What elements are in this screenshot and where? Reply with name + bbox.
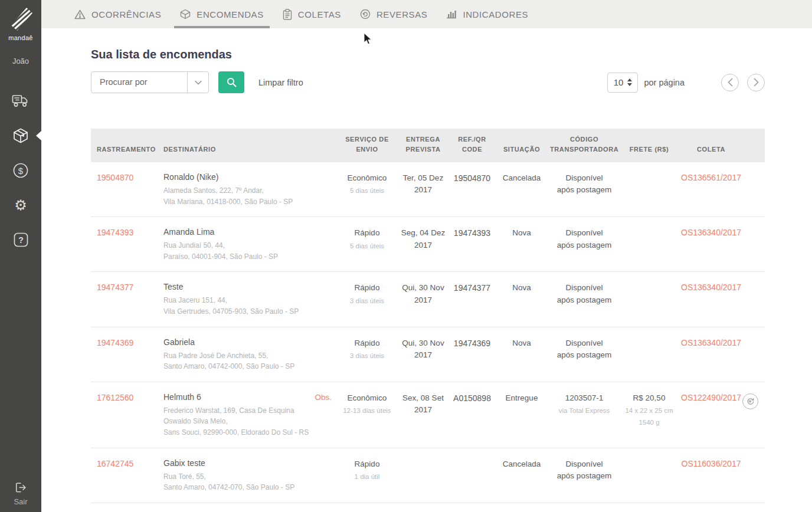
freight-weight: 1540 g <box>618 417 680 428</box>
carrier-code-line1: Disponível <box>550 172 618 184</box>
return-icon <box>360 9 371 19</box>
chevron-right-icon <box>753 78 759 87</box>
sidebar-item-coletas[interactable] <box>0 83 41 118</box>
dollar-icon: $ <box>12 162 29 179</box>
carrier-code-line1: Disponível <box>550 227 618 239</box>
per-page-value: 10 <box>614 77 624 87</box>
coleta-os-link[interactable]: OS122490/2017 <box>681 393 741 402</box>
prev-page-button[interactable] <box>721 74 739 91</box>
coleta-os-link[interactable]: OS116036/2017 <box>682 459 741 468</box>
delivery-date: Sex, 08 Set <box>395 392 451 404</box>
tracking-link[interactable]: 19474393 <box>97 228 133 237</box>
logo-text: mandaê <box>7 34 34 41</box>
carrier-code-line2: após postagem <box>550 294 618 306</box>
recipient-address-line1: Rua Jundiaí 50, 44, <box>163 240 313 251</box>
carrier-code-line2: após postagem <box>550 239 618 251</box>
recipient-address-line2: Vila Mariana, 01418-000, São Paulo - SP <box>163 196 313 208</box>
coleta-os-link[interactable]: OS136340/2017 <box>681 283 741 292</box>
delivery-date: Qui, 30 Nov <box>395 282 451 294</box>
tab-coletas[interactable]: COLETAS <box>273 0 351 28</box>
table-row: 15037029 Fabix Rua C, 55, Normal 2-3 dia… <box>91 503 765 512</box>
tracking-link[interactable]: 17612560 <box>97 393 133 402</box>
page-title: Sua lista de encomendas <box>91 48 765 61</box>
carrier-code-line2: após postagem <box>550 349 618 361</box>
carrier-code-line2: após postagem <box>550 184 618 196</box>
tracking-link[interactable]: 16742745 <box>97 459 133 468</box>
search-button[interactable] <box>218 71 244 93</box>
orders-table: RASTREAMENTO DESTINATÁRIO SERVIÇO DE ENV… <box>91 129 765 512</box>
ref-code: A0150898 <box>453 393 491 403</box>
obs-link[interactable]: Obs. <box>315 393 332 402</box>
recipient-address-line2: Vila Gertrudes, 04705-903, São Paulo - S… <box>163 306 313 317</box>
clear-filter-link[interactable]: Limpar filtro <box>258 78 303 87</box>
next-page-button[interactable] <box>747 74 765 91</box>
freight-value: R$ 20,50 <box>618 392 680 404</box>
service-sla: 3 dias úteis <box>339 296 395 306</box>
mandae-logo: mandaê <box>7 6 34 41</box>
delivery-date: Ter, 05 Dez <box>395 172 451 184</box>
status-label: Cancelada <box>503 460 541 468</box>
tracking-link[interactable]: 19504870 <box>97 173 133 182</box>
recipient-address-line2: Santo Amaro, 04742-070, São Paulo - SP <box>163 482 313 493</box>
select-chevron-button[interactable] <box>187 72 208 93</box>
col-frete: FRETE (R$) <box>618 145 680 155</box>
recipient-address-line2: Sans Souci, 92990-000, Eldorado Do Sul -… <box>163 427 313 438</box>
per-page-select[interactable]: 10 <box>607 73 638 93</box>
status-label: Nova <box>512 228 531 237</box>
carrier-code-line2: após postagem <box>550 470 618 482</box>
recipient-name: Ronaldo (Nike) <box>163 172 313 182</box>
tab-label: INDICADORES <box>463 9 528 19</box>
delivery-year: 2017 <box>395 184 451 196</box>
table-row: 16742745 Gabix teste Rua Toré, 55, Santo… <box>91 448 765 503</box>
logout-button[interactable]: Sair <box>0 482 41 506</box>
sidebar-item-ajuda[interactable]: ? <box>0 222 41 257</box>
top-navigation: OCORRÊNCIAS ENCOMENDAS COLETAS <box>41 0 812 28</box>
sidebar-item-configuracoes[interactable]: ⚙ <box>0 188 41 222</box>
service-name: Rápido <box>339 337 395 349</box>
coleta-os-link[interactable]: OS136340/2017 <box>681 228 741 237</box>
filter-toolbar: Procurar por Limpar filtro <box>91 71 765 93</box>
tab-label: REVERSAS <box>376 9 428 19</box>
coleta-os-link[interactable]: OS136340/2017 <box>681 338 741 347</box>
service-name: Econômico <box>339 172 395 184</box>
status-label: Nova <box>512 283 531 292</box>
chevron-left-icon <box>727 78 734 87</box>
carrier-code-line1: Disponível <box>550 458 618 470</box>
tracking-link[interactable]: 19474377 <box>97 283 133 292</box>
table-row: 19474393 Amanda Lima Rua Jundiaí 50, 44,… <box>91 217 765 272</box>
per-page-label: por página <box>644 78 685 87</box>
tab-label: OCORRÊNCIAS <box>91 9 161 19</box>
ref-code: 19474377 <box>454 283 490 293</box>
status-label: Entregue <box>506 393 538 402</box>
question-icon: ? <box>13 232 29 248</box>
package-icon <box>12 127 29 144</box>
col-codigo-transportadora: CÓDIGO TRANSPORTADORA <box>550 134 618 155</box>
tab-encomendas[interactable]: ENCOMENDAS <box>171 0 273 28</box>
delivery-date: Qui, 30 Nov <box>395 337 451 349</box>
table-header: RASTREAMENTO DESTINATÁRIO SERVIÇO DE ENV… <box>91 129 765 162</box>
status-label: Nova <box>512 339 531 347</box>
search-field-select[interactable]: Procurar por <box>91 71 209 93</box>
recipient-address-line2: Paraíso, 04001-904, São Paulo - SP <box>163 251 313 262</box>
mandae-logo-icon <box>7 6 34 31</box>
delivery-proof-icon[interactable] <box>742 393 758 409</box>
service-sla: 12-13 dias úteis <box>339 405 395 416</box>
tab-indicadores[interactable]: INDICADORES <box>437 0 538 28</box>
tab-reversas[interactable]: REVERSAS <box>351 0 437 28</box>
ref-code: 19474369 <box>454 339 490 348</box>
service-name: Rápido <box>339 282 395 294</box>
tab-ocorrencias[interactable]: OCORRÊNCIAS <box>65 0 171 28</box>
spinner-icon <box>627 78 632 86</box>
recipient-address-line2: Santo Amaro, 04742-000, São Paulo - SP <box>163 361 313 372</box>
delivery-year: 2017 <box>395 239 451 251</box>
user-name: João <box>12 57 29 65</box>
coleta-os-link[interactable]: OS136561/2017 <box>681 173 741 182</box>
tracking-link[interactable]: 19474369 <box>97 338 133 347</box>
recipient-address-line1: Rua Padre José De Anchieta, 55, <box>163 350 313 362</box>
sidebar-item-financeiro[interactable]: $ <box>0 153 41 188</box>
carrier-code-line1: Disponível <box>550 337 618 349</box>
search-field-value: Procurar por <box>91 72 187 93</box>
col-servico-envio: SERVIÇO DE ENVIO <box>339 134 395 155</box>
sidebar-item-encomendas[interactable] <box>0 118 41 153</box>
ref-code: 19474393 <box>454 228 490 238</box>
